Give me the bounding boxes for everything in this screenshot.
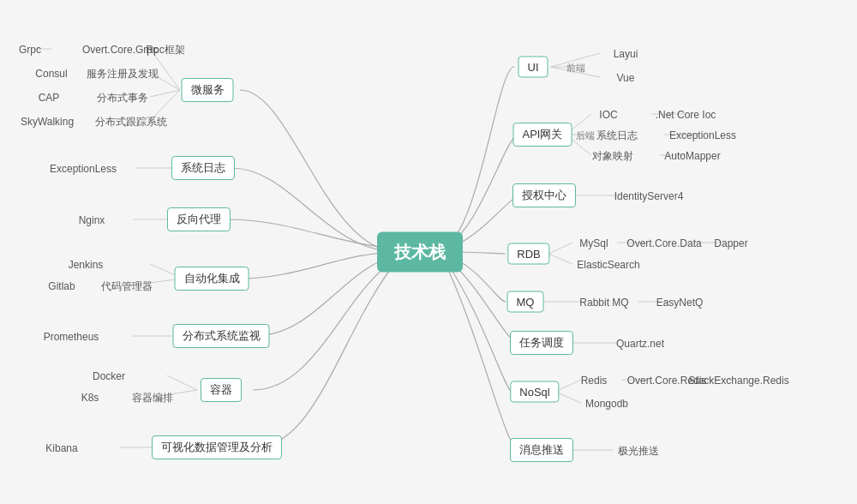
node-rongqibianpai: 容器编排: [129, 389, 177, 405]
node-xiaotuisong: 消息推送: [510, 438, 573, 462]
node-keshihua: 可视化数据管理及分析: [152, 435, 282, 459]
node-identityserver4: IdentityServer4: [611, 188, 687, 203]
node-redis: Redis: [578, 372, 611, 387]
node-jiankong: 分布式系统监视: [173, 324, 270, 348]
node-xitongrizhi: 系统日志: [171, 156, 235, 180]
node-weifuwu: 微服务: [182, 78, 234, 102]
node-ioc: IOC: [596, 106, 620, 122]
node-mq: MQ: [507, 291, 544, 313]
node-duixiangyingshe: 对象映射: [589, 147, 637, 164]
node-gitlab: Gitlab: [45, 278, 78, 293]
node-exceptionless2: ExceptionLess: [666, 127, 740, 142]
node-dapper: Dapper: [710, 235, 751, 250]
node-skywalking: SkyWalking: [17, 113, 77, 129]
node-k8s: K8s: [78, 389, 103, 405]
center-node: 技术栈: [377, 232, 463, 273]
node-cap: CAP: [35, 89, 63, 105]
node-fuwu: 服务注册及发现: [83, 65, 162, 81]
node-jiguang: 极光推送: [614, 442, 662, 459]
node-rpc: Rpc框架: [142, 41, 188, 57]
node-quartz: Quartz.net: [613, 335, 668, 351]
node-rdb: RDB: [507, 243, 549, 265]
node-nginx: Nginx: [75, 212, 109, 227]
node-renwudiaodue: 任务调度: [510, 331, 573, 355]
node-stackexchangeredis: StackExchange.Redis: [685, 372, 792, 387]
node-fenbushishiwu: 分布式事务: [93, 89, 152, 105]
node-shouquanzhongxin: 授权中心: [512, 183, 576, 207]
node-easynetq: EasyNetQ: [653, 294, 707, 309]
node-elasticsearch: ElasticSearch: [573, 256, 643, 272]
node-exceptionless: ExceptionLess: [46, 160, 120, 176]
node-vue: Vue: [614, 69, 638, 85]
node-netcoreioc: .Net Core Ioc: [652, 106, 720, 122]
svg-line-2: [150, 90, 180, 97]
node-kibana: Kibana: [42, 440, 81, 455]
svg-line-24: [548, 243, 572, 254]
node-xitongrizhi2: 系统日志: [593, 127, 641, 143]
node-layui: Layui: [610, 45, 642, 61]
node-apiwangguan: API网关: [513, 123, 572, 147]
center-label: 技术栈: [377, 232, 463, 273]
node-nosql: NoSql: [510, 381, 559, 403]
node-automapper: AutoMapper: [661, 147, 723, 163]
node-grpc: Grpc: [15, 41, 45, 57]
node-zidonghujicheng: 自动化集成: [175, 267, 249, 291]
node-overtcoredata: Overt.Core.Data: [623, 235, 704, 250]
node-consul: Consul: [32, 65, 70, 81]
node-daima: 代码管理器: [98, 278, 156, 294]
node-mysql: MySql: [576, 235, 611, 250]
node-ui-sub: 前端: [563, 59, 589, 75]
node-ui: UI: [518, 57, 548, 78]
node-prometheus: Prometheus: [40, 328, 103, 344]
mind-map: 技术栈 微服务 Overt.Core.Grpc Grpc Rpc框架 Consu…: [0, 0, 857, 504]
weifuwu-label: 微服务: [182, 78, 234, 102]
node-jenkins: Jenkins: [65, 256, 107, 272]
svg-line-10: [167, 375, 197, 390]
node-rabbitmq: Rabbit MQ: [576, 294, 632, 309]
node-fandaili: 反向代理: [167, 207, 231, 231]
svg-line-25: [548, 254, 572, 264]
node-genzong: 分布式跟踪系统: [92, 113, 171, 129]
node-mongodb: Mongodb: [582, 395, 632, 411]
node-docker: Docker: [89, 368, 129, 383]
node-rongqi: 容器: [201, 378, 242, 402]
